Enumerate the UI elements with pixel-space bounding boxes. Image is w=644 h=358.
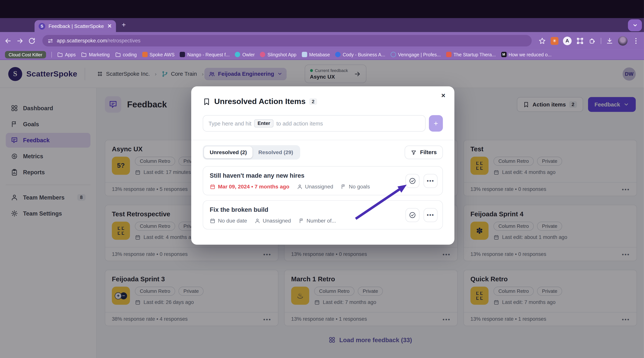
reload-icon[interactable]: [28, 37, 36, 44]
a-extension-icon[interactable]: A: [563, 36, 572, 45]
resolve-check-button[interactable]: [406, 174, 420, 188]
item-menu-kebab-button[interactable]: •••: [424, 208, 438, 222]
action-item-input[interactable]: Type here and hit Enter to add action it…: [203, 115, 426, 132]
url-text: app.scatterspoke.com/retrospectives: [57, 38, 140, 44]
chevron-down-icon: [632, 22, 638, 28]
action-item-buttons: •••: [406, 174, 438, 188]
bookmark-label: Marketing: [89, 52, 110, 57]
bookmark-item[interactable]: Spoke AWS: [142, 52, 174, 57]
modal-close-icon[interactable]: ×: [440, 92, 447, 100]
goal: No goals: [341, 183, 370, 190]
bookmark-label: Metabase: [309, 52, 330, 57]
modal-tab-unresolved-2-[interactable]: Unresolved (2): [204, 146, 253, 158]
toolbar-icons: ✳ A: [538, 36, 640, 46]
folder-icon: [57, 52, 63, 58]
bookmarks-separator: [52, 52, 52, 58]
bookmark-label: Nango - Request f...: [187, 52, 230, 57]
bookmark-label: Owler: [242, 52, 255, 57]
action-item-meta: No due dateUnassignedNumber of...: [210, 218, 436, 224]
tab-favicon-icon: S: [38, 23, 45, 30]
calendar-icon: [210, 184, 216, 189]
bookmark-label: Slingshot App: [268, 52, 296, 57]
kebab-icon: •••: [427, 212, 434, 218]
modal-tab-resolved-29-[interactable]: Resolved (29): [253, 146, 299, 158]
bookmark-item[interactable]: Venngage | Profes...: [390, 52, 441, 57]
goal-text: Number of...: [306, 218, 336, 224]
funnel-icon: [411, 150, 417, 155]
person-icon: [254, 218, 260, 224]
due-date-text: No due date: [218, 218, 247, 224]
action-item-title: Fix the broken build: [210, 206, 436, 213]
downloads-icon[interactable]: [606, 37, 614, 44]
site-settings-icon[interactable]: [47, 38, 54, 44]
filters-button[interactable]: Filters: [405, 146, 443, 159]
browser-menu-kebab-icon[interactable]: [632, 37, 640, 44]
assignee: Unassigned: [297, 183, 333, 190]
action-item-card[interactable]: Still haven't made any new hiresMar 09, …: [203, 166, 443, 196]
bookmark-item[interactable]: Metabase: [302, 52, 330, 57]
site-favicon-icon: [302, 52, 307, 57]
extensions-puzzle-icon[interactable]: [588, 37, 596, 44]
screenshot-frame-icon[interactable]: [576, 37, 584, 44]
bookmark-item[interactable]: Slingshot App: [260, 52, 296, 57]
scatterspoke-app: S ScatterSpoke ScatterSpoke Inc.›Core Tr…: [0, 60, 644, 358]
bookmarks-list: AppsMarketingcodingSpoke AWSNango - Requ…: [57, 52, 552, 58]
folder-icon: [81, 52, 87, 58]
tab-title: Feedback | ScatterSpoke: [48, 23, 104, 29]
resolve-check-button[interactable]: [406, 208, 420, 222]
filters-label: Filters: [420, 149, 436, 156]
bookmark-item[interactable]: coding: [115, 52, 136, 58]
screen: S Feedback | ScatterSpoke ✕ + app.scatte…: [0, 0, 644, 358]
tab-search-chevron-button[interactable]: [628, 20, 642, 31]
site-favicon-icon: M: [501, 52, 506, 57]
bookmark-icon: [203, 98, 210, 105]
bookmark-chip[interactable]: Cloud Cost Killer: [5, 51, 46, 58]
site-favicon-icon: [390, 52, 396, 57]
assignee: Unassigned: [254, 218, 291, 224]
new-tab-button[interactable]: +: [122, 21, 126, 28]
bookmark-label: How we reduced o...: [508, 52, 552, 57]
bookmark-item[interactable]: The Startup Thera...: [446, 52, 496, 57]
toolbar-separator: [601, 38, 601, 44]
url-host: app.scatterspoke.com: [57, 38, 107, 44]
bookmark-item[interactable]: Owler: [235, 52, 255, 57]
bookmark-label: Spoke AWS: [150, 52, 174, 57]
site-favicon-icon: [335, 52, 340, 57]
bookmark-item[interactable]: Cody - Business A...: [335, 52, 385, 57]
browser-profile-avatar[interactable]: [618, 36, 628, 46]
browser-toolbar: app.scatterspoke.com/retrospectives ✳ A: [0, 32, 644, 49]
site-favicon-icon: [235, 52, 240, 57]
bookmark-item[interactable]: MHow we reduced o...: [501, 52, 552, 57]
goal: Number of...: [298, 218, 336, 224]
modal-tabs-row: Unresolved (2)Resolved (29) Filters: [203, 145, 443, 160]
bookmark-label: The Startup Thera...: [454, 52, 496, 57]
goal-text: No goals: [349, 183, 370, 190]
url-path: /retrospectives: [107, 38, 140, 44]
modal-count-badge: 2: [309, 98, 317, 105]
bookmarks-bar: Cloud Cost Killer AppsMarketingcodingSpo…: [0, 49, 644, 60]
action-item-meta: Mar 09, 2024 • 7 months agoUnassignedNo …: [210, 183, 436, 190]
unresolved-action-items-modal: × Unresolved Action Items 2 Type here an…: [191, 86, 454, 244]
hubspot-extension-icon[interactable]: ✳: [550, 37, 558, 44]
bookmark-star-icon[interactable]: [538, 37, 546, 44]
site-favicon-icon: [142, 52, 147, 57]
site-favicon-icon: [446, 52, 452, 57]
bookmark-item[interactable]: Nango - Request f...: [180, 52, 230, 57]
modal-header: Unresolved Action Items 2: [203, 96, 443, 107]
tab-close-icon[interactable]: ✕: [108, 23, 112, 29]
modal-tabs: Unresolved (2)Resolved (29): [203, 145, 300, 160]
back-icon[interactable]: [4, 37, 12, 44]
bookmark-label: Venngage | Profes...: [398, 52, 441, 57]
add-action-item-button[interactable]: +: [429, 115, 443, 132]
address-bar[interactable]: app.scatterspoke.com/retrospectives: [42, 35, 532, 46]
enter-key-chip: Enter: [254, 119, 274, 128]
modal-title: Unresolved Action Items: [214, 97, 306, 106]
assignee-text: Unassigned: [263, 218, 291, 224]
item-menu-kebab-button[interactable]: •••: [424, 174, 438, 188]
bookmark-item[interactable]: Apps: [57, 52, 76, 58]
browser-tab[interactable]: S Feedback | ScatterSpoke ✕: [34, 20, 116, 32]
bookmark-item[interactable]: Marketing: [81, 52, 110, 58]
site-favicon-icon: [180, 52, 185, 57]
forward-icon[interactable]: [16, 37, 24, 44]
action-item-card[interactable]: Fix the broken buildNo due dateUnassigne…: [203, 200, 443, 230]
